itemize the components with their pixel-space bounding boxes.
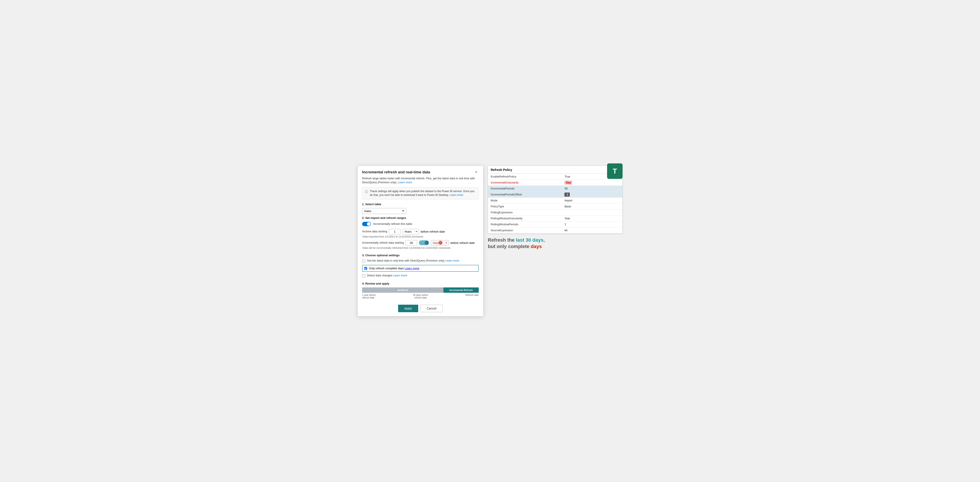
archive-label: Archive data starting xyxy=(362,230,387,233)
policy-value: -1 xyxy=(562,192,622,198)
realtime-label: Get the latest data in real time with Di… xyxy=(367,259,459,262)
policy-key: PolicyType xyxy=(488,204,562,210)
policy-value xyxy=(562,210,622,215)
info-icon: ⓘ xyxy=(365,190,368,197)
timeline-label-mid: 30 days before refresh date xyxy=(413,294,428,299)
section-set-ranges: 2. Set import and refresh ranges Increme… xyxy=(358,216,483,254)
policy-value: let xyxy=(562,228,622,233)
dialog-subtitle: Refresh large tables faster with increme… xyxy=(358,177,483,187)
incr-refresh-label: Incrementally refresh data starting xyxy=(362,241,404,244)
dialog-footer: Apply Cancel xyxy=(358,302,483,316)
close-button[interactable]: × xyxy=(474,169,479,175)
info-box: ⓘ These settings will apply when you pub… xyxy=(362,187,479,200)
incr-num-input[interactable] xyxy=(406,240,417,246)
incr-before-label: before refresh date xyxy=(450,241,475,244)
section1-title: 1. Select table xyxy=(362,203,479,206)
policy-key: SourceExpression xyxy=(488,228,562,233)
dialog-title: Incremental refresh and real-time data xyxy=(362,170,430,174)
logo: T xyxy=(607,163,622,179)
policy-key: IncrementalPeriodsOffset xyxy=(488,192,562,198)
detect-changes-label: Detect data changes Learn more xyxy=(367,274,407,277)
policy-key: IncrementalPeriods xyxy=(488,186,562,192)
apply-button[interactable]: Apply xyxy=(398,305,418,312)
timeline-label-right: Refresh date xyxy=(466,294,479,299)
archive-before-label: before refresh date xyxy=(421,230,445,233)
incr-date-hint: Data will be incrementally refreshed fro… xyxy=(362,247,479,249)
policy-value: Day xyxy=(562,180,622,186)
realtime-checkbox-row: Get the latest data in real time with Di… xyxy=(362,259,479,263)
policy-value: 30 xyxy=(562,186,622,192)
incr-toggle[interactable] xyxy=(419,240,429,245)
complete-days-row: Only refresh complete days Learn more xyxy=(362,265,479,272)
timeline-label-left: 1 year before refresh date xyxy=(362,294,376,299)
timeline-labels: 1 year before refresh date 30 days befor… xyxy=(362,294,479,299)
policy-key: RollingWindowGranularity xyxy=(488,215,562,222)
timeline-archived: Archived xyxy=(362,287,443,293)
section4-title: 4. Review and apply xyxy=(362,282,479,285)
detect-changes-learn-more-link[interactable]: Learn more xyxy=(393,274,407,277)
incremental-data-row: Incrementally refresh data starting Days… xyxy=(362,240,479,246)
policy-value: Year xyxy=(562,215,622,222)
timeline-bar: Archived Incremental Refresh xyxy=(362,287,479,293)
table-select[interactable]: Sales xyxy=(362,208,406,214)
detect-changes-checkbox[interactable] xyxy=(362,275,365,278)
section-optional: 3. Choose optional settings Get the late… xyxy=(358,254,483,282)
section3-title: 3. Choose optional settings xyxy=(362,254,479,257)
toggle-label: Incrementally refresh this table xyxy=(373,222,412,225)
policy-key: PollingExpression xyxy=(488,210,562,215)
info-learn-more-link[interactable]: Learn more xyxy=(450,193,463,196)
policy-table-header: Refresh Policy ∧ xyxy=(488,166,622,174)
policy-key: EnableRefreshPolicy xyxy=(488,174,562,180)
detect-changes-row: Detect data changes Learn more xyxy=(362,274,479,278)
realtime-checkbox[interactable] xyxy=(362,260,365,263)
incremental-refresh-toggle[interactable] xyxy=(362,222,371,226)
archive-unit-select[interactable]: Years Months Days xyxy=(402,229,419,235)
cancel-button[interactable]: Cancel xyxy=(420,305,443,312)
annotation-text: Refresh the last 30 days, but only compl… xyxy=(488,237,622,250)
complete-days-learn-more-link[interactable]: Learn more xyxy=(405,267,419,270)
logo-letter: T xyxy=(612,167,617,176)
archive-num-input[interactable] xyxy=(389,229,401,235)
section2-title: 2. Set import and refresh ranges xyxy=(362,216,479,220)
archive-date-hint: Data imported from 1/1/2021 to 11/22/202… xyxy=(362,235,479,238)
refresh-policy-container: Refresh Policy ∧ EnableRefreshPolicyTrue… xyxy=(488,166,622,233)
incremental-refresh-toggle-row: Incrementally refresh this table xyxy=(362,222,479,226)
policy-key: IncrementalGranularity xyxy=(488,180,562,186)
policy-value: Basic xyxy=(562,204,622,210)
policy-table: EnableRefreshPolicyTrueIncrementalGranul… xyxy=(488,174,622,233)
incremental-refresh-dialog: Incremental refresh and real-time data ×… xyxy=(358,166,484,316)
policy-value: 1 xyxy=(562,222,622,228)
policy-key: RollingWindowPeriods xyxy=(488,222,562,228)
days-inline-indicator xyxy=(439,241,442,245)
subtitle-learn-more-link[interactable]: Learn more xyxy=(398,181,412,184)
timeline-incremental: Incremental Refresh xyxy=(443,287,479,293)
policy-table-title: Refresh Policy xyxy=(491,168,512,172)
section-review: 4. Review and apply Archived Incremental… xyxy=(358,282,483,302)
policy-key: Mode xyxy=(488,198,562,204)
archive-data-row: Archive data starting Years Months Days … xyxy=(362,229,479,235)
section-select-table: 1. Select table Sales xyxy=(358,203,483,216)
right-panel: Refresh Policy ∧ EnableRefreshPolicyTrue… xyxy=(488,166,622,250)
complete-days-checkbox[interactable] xyxy=(364,267,367,270)
realtime-learn-more-link[interactable]: Learn more xyxy=(445,259,459,262)
complete-days-label: Only refresh complete days Learn more xyxy=(369,267,419,270)
dialog-header: Incremental refresh and real-time data × xyxy=(358,166,483,177)
policy-value: Import xyxy=(562,198,622,204)
